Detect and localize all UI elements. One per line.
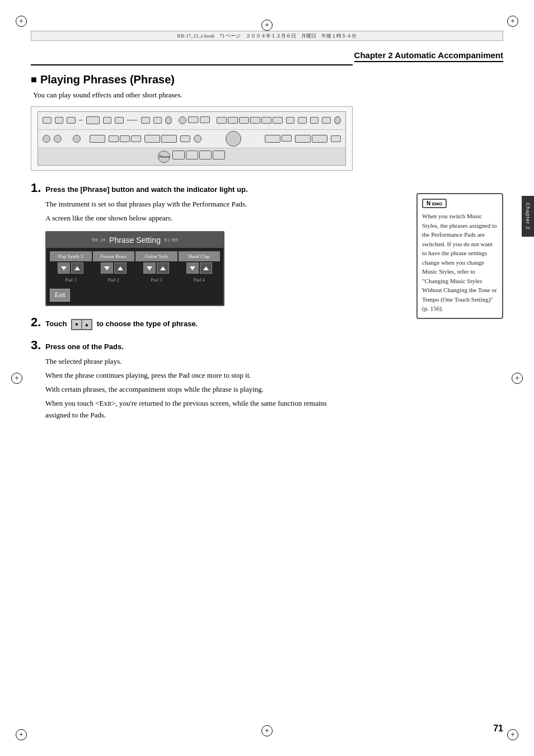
- kbd-btn-b2: [120, 135, 130, 142]
- kbd-knob-b1: [43, 135, 50, 143]
- pad-3-label: Pad 3: [151, 276, 162, 286]
- pad-2-btns: [101, 262, 127, 274]
- keyboard-row-bottom: [38, 130, 345, 148]
- step-1: 1. Press the [Phrase] button and watch t…: [31, 181, 353, 306]
- step-3-body: The selected phrase plays. When the phra…: [45, 356, 353, 421]
- touch-btn-up[interactable]: ▲: [82, 320, 92, 330]
- kbd-btn-br1: [282, 135, 292, 142]
- perf-pad-4: [213, 151, 225, 159]
- kbd-btn-rr1: [217, 117, 227, 124]
- pad-4-label: Pad 4: [194, 276, 205, 286]
- sidebar-note: N EMO When you switch Music Styles, the …: [416, 193, 503, 319]
- step-3-p1: The selected phrase plays.: [45, 356, 353, 368]
- step-3-p4: When you touch <Exit>, you're returned t…: [45, 398, 353, 421]
- right-center-mark: +: [512, 373, 523, 384]
- step-3: 3. Press one of the Pads. The selected p…: [31, 338, 353, 421]
- kbd-btn-rr4: [250, 117, 260, 124]
- keyboard-row-top: ••• ••••••••: [38, 112, 345, 129]
- kbd-btn-4: [103, 117, 111, 124]
- perf-pad-3: [199, 151, 212, 159]
- step-3-p2: When the phrase continues playing, press…: [45, 370, 353, 382]
- kbd-slider-b1: [90, 135, 105, 143]
- kbd-btn-3: [67, 117, 75, 124]
- phrase-screen-title: Phrase Setting: [109, 234, 161, 246]
- kbd-slider-1: [86, 116, 100, 124]
- pad-2-btn-down[interactable]: [101, 262, 113, 274]
- step-1-number: 1.: [31, 181, 41, 195]
- memo-box: N EMO When you switch Music Styles, the …: [416, 193, 503, 319]
- kbd-btn-rr5: [261, 117, 271, 124]
- pad-4-btn-up[interactable]: [200, 262, 212, 274]
- kbd-slider-br2: [295, 135, 311, 143]
- kbd-btn-6: [141, 117, 149, 124]
- pad-4-btn-down[interactable]: [186, 262, 199, 274]
- phrase-label: Phrase: [159, 154, 170, 159]
- keyboard-inner: ••• ••••••••: [38, 111, 345, 165]
- kbd-btn-rr2: [228, 117, 238, 124]
- chapter-tab: Chapter 2: [522, 196, 534, 237]
- touch-suffix: to choose the type of phrase.: [97, 320, 198, 328]
- phrase-pad-col-3: Guitar Solo Pad 3: [135, 251, 177, 287]
- top-center-mark: +: [261, 20, 273, 31]
- pad-1-btn-up[interactable]: [71, 262, 83, 274]
- kbd-btn-b4: [180, 135, 190, 142]
- arrow-down-icon-3: [147, 266, 152, 270]
- pad-3-btns: [143, 262, 169, 274]
- kbd-knob-b2: [54, 135, 62, 143]
- ps-deco-right: ≡♪ ≡≡: [164, 236, 178, 245]
- corner-mark-bl: [16, 729, 27, 740]
- kbd-btn-7: [153, 117, 162, 124]
- pad-2-name: Fusion Brass: [93, 251, 135, 261]
- header-text: KR-17_15_e.book 71 ページ ２００４年１２月６日 月曜日 午後…: [177, 32, 357, 40]
- step-3-number: 3.: [31, 338, 41, 353]
- pad-3-btn-down[interactable]: [143, 262, 156, 274]
- arrow-up-icon: [74, 266, 80, 270]
- step-1-header: 1. Press the [Phrase] button and watch t…: [31, 181, 353, 195]
- perf-pads-group: [172, 151, 225, 163]
- chapter-heading: Chapter 2 Automatic Accompaniment: [354, 50, 503, 60]
- pad-1-btn-down[interactable]: [58, 262, 70, 274]
- exit-button[interactable]: Exit: [50, 289, 70, 302]
- corner-mark-br: [507, 729, 518, 740]
- step-3-p3: With certain phrases, the accompaniment …: [45, 384, 353, 396]
- step-2-title: Touch ▼ ▲ to choose the type of phrase.: [45, 319, 198, 330]
- main-content: Playing Phrases (Phrase) You can play so…: [31, 64, 353, 429]
- memo-text: When you switch Music Styles, the phrase…: [422, 212, 498, 313]
- kbd-btn-5: [115, 117, 123, 124]
- memo-icon: N EMO: [422, 199, 447, 208]
- pad-1-name: Pop Synth 3: [50, 251, 92, 261]
- kbd-knob-b4: [194, 135, 202, 143]
- memo-header: N EMO: [422, 199, 498, 208]
- kbd-label-1: •••: [79, 118, 83, 123]
- page-number: 71: [493, 724, 503, 734]
- arrow-up-icon-2: [118, 266, 123, 270]
- arrow-up-icon-4: [203, 266, 209, 270]
- kbd-slider-b3: [161, 135, 177, 143]
- arrow-down-icon-2: [104, 266, 110, 270]
- memo-icon-sub: EMO: [432, 201, 442, 206]
- step-2: 2. Touch ▼ ▲ to choose the type of phras…: [31, 315, 353, 330]
- step-1-title: Press the [Phrase] button and watch the …: [45, 185, 247, 194]
- kbd-btn-b1: [109, 135, 119, 142]
- pad-4-name: Hand Clap: [179, 251, 221, 261]
- chapter-heading-text: Chapter 2 Automatic Accompaniment: [354, 50, 503, 62]
- pad-2-label: Pad 2: [108, 276, 119, 286]
- touch-word: Touch: [45, 320, 67, 328]
- left-center-mark: +: [11, 373, 22, 384]
- step-1-body: The instrument is set so that phrases pl…: [45, 199, 353, 306]
- pad-2-btn-up[interactable]: [114, 262, 127, 274]
- section-title: Playing Phrases (Phrase): [31, 73, 353, 86]
- touch-btn-down[interactable]: ▼: [72, 320, 82, 330]
- kbd-knob-b3: [73, 135, 81, 143]
- performance-pads-row: Phrase: [38, 148, 345, 165]
- kbd-knob-rr: [334, 116, 341, 124]
- corner-mark-tr: [507, 16, 518, 27]
- step-2-number: 2.: [31, 315, 41, 330]
- kbd-btn-rr8: [298, 117, 306, 124]
- section-rule: [31, 64, 353, 65]
- keyboard-diagram: ••• ••••••••: [31, 106, 353, 171]
- pad-1-label: Pad 1: [65, 276, 76, 286]
- kbd-knob-r1: [179, 116, 186, 124]
- touch-btn-icon[interactable]: ▼ ▲: [71, 319, 92, 330]
- pad-3-btn-up[interactable]: [157, 262, 169, 274]
